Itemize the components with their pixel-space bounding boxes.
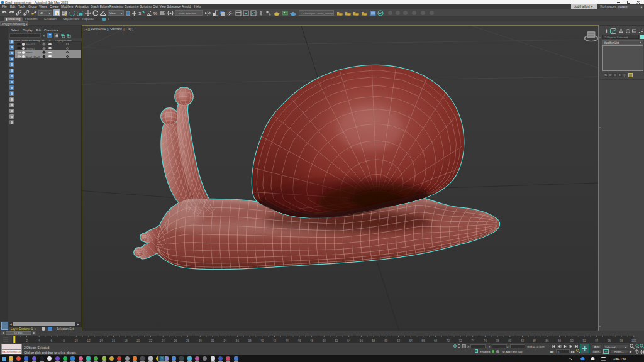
svg-text:74: 74 (471, 339, 475, 343)
svg-text:86: 86 (545, 339, 549, 343)
svg-text:12: 12 (87, 339, 91, 343)
svg-text:48: 48 (310, 339, 314, 343)
svg-text:56: 56 (360, 339, 364, 343)
svg-text:40: 40 (260, 339, 264, 343)
svg-text:6: 6 (51, 339, 53, 343)
svg-text:10: 10 (75, 339, 79, 343)
svg-text:92: 92 (582, 339, 586, 343)
svg-text:82: 82 (521, 339, 525, 343)
svg-text:42: 42 (273, 339, 277, 343)
svg-text:24: 24 (162, 339, 165, 343)
svg-text:64: 64 (409, 339, 413, 343)
svg-text:18: 18 (125, 339, 128, 343)
svg-text:44: 44 (286, 339, 289, 343)
svg-text:62: 62 (397, 339, 401, 343)
svg-text:20: 20 (136, 339, 140, 343)
svg-text:68: 68 (434, 339, 438, 343)
svg-text:36: 36 (236, 339, 240, 343)
svg-text:52: 52 (335, 339, 338, 343)
svg-text:96: 96 (608, 339, 611, 343)
svg-text:60: 60 (384, 339, 388, 343)
svg-text:2: 2 (26, 339, 28, 343)
svg-text:88: 88 (558, 339, 562, 343)
svg-text:100: 100 (631, 339, 636, 343)
svg-text:30: 30 (199, 339, 203, 343)
svg-text:28: 28 (186, 339, 190, 343)
svg-text:38: 38 (248, 339, 252, 343)
svg-text:84: 84 (533, 339, 537, 343)
svg-text:32: 32 (211, 339, 214, 343)
svg-text:72: 72 (458, 339, 462, 343)
svg-text:16: 16 (112, 339, 116, 343)
svg-text:8: 8 (63, 339, 65, 343)
svg-text:[ + ] [ Perspective ] [ Standa: [ + ] [ Perspective ] [ Standard ] [ Cla… (84, 28, 133, 31)
svg-text:4: 4 (38, 339, 40, 343)
svg-text:34: 34 (223, 339, 227, 343)
svg-text:90: 90 (570, 339, 574, 343)
svg-text:%: % (153, 11, 158, 16)
svg-text:26: 26 (174, 339, 177, 343)
svg-text:94: 94 (595, 339, 599, 343)
svg-text:98: 98 (620, 339, 624, 343)
svg-text:58: 58 (372, 339, 376, 343)
svg-text:54: 54 (347, 339, 351, 343)
svg-text:76: 76 (484, 339, 487, 343)
svg-text:66: 66 (421, 339, 425, 343)
svg-text:3: 3 (138, 11, 142, 16)
svg-text:50: 50 (323, 339, 326, 343)
svg-text:22: 22 (149, 339, 153, 343)
svg-text:14: 14 (99, 339, 103, 343)
svg-text:80: 80 (508, 339, 512, 343)
svg-text:70: 70 (447, 339, 450, 343)
svg-text:46: 46 (297, 339, 301, 343)
svg-text:78: 78 (496, 339, 500, 343)
